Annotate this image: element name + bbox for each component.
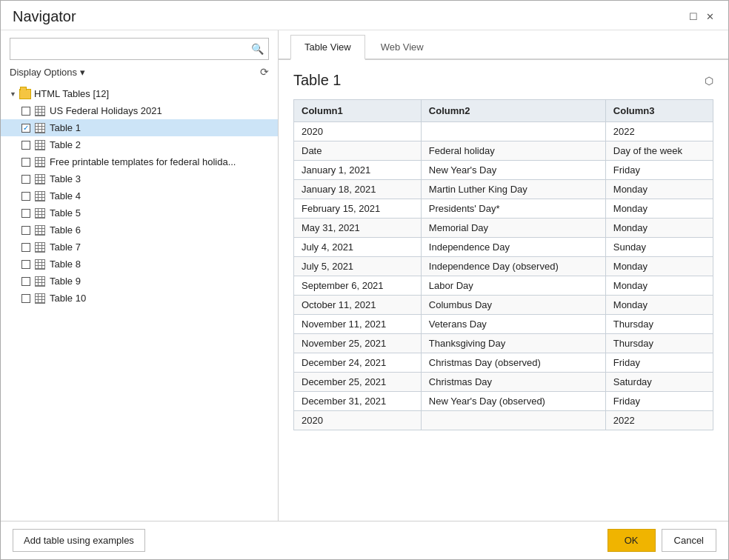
- tab-web-view[interactable]: Web View: [367, 35, 438, 59]
- tree-group-html-tables[interactable]: ▼ HTML Tables [12]: [1, 85, 278, 102]
- add-table-button[interactable]: Add table using examples: [13, 529, 145, 552]
- table-row: December 25, 2021Christmas DaySaturday: [294, 373, 713, 392]
- table-icon: [35, 225, 45, 236]
- close-button[interactable]: ✕: [703, 10, 716, 24]
- checkbox-icon: [21, 277, 30, 286]
- refresh-button[interactable]: ⟳: [260, 66, 269, 78]
- table-header-cell: Column2: [421, 100, 605, 122]
- table-cell: Memorial Day: [421, 219, 605, 238]
- main-content: 🔍 Display Options ▾ ⟳ ▼ HTML Tab: [1, 30, 728, 521]
- table-cell: 2020: [294, 411, 422, 430]
- tree-item-label: Table 2: [50, 139, 81, 150]
- table-row: February 15, 2021Presidents' Day*Monday: [294, 199, 713, 219]
- tab-bar: Table View Web View: [279, 35, 728, 60]
- table-row: October 11, 2021Columbus DayMonday: [294, 296, 713, 315]
- table-cell: Monday: [605, 219, 713, 238]
- table-cell: Independence Day (observed): [421, 257, 605, 276]
- tree-item-label: Table 10: [50, 293, 86, 304]
- checkbox-icon: [21, 141, 30, 150]
- table-icon: [35, 140, 45, 150]
- tree-item-table-10[interactable]: Table 10: [1, 290, 278, 307]
- display-options-bar: Display Options ▾ ⟳: [1, 64, 278, 82]
- navigator-dialog: Navigator ☐ ✕ 🔍 Display Options: [0, 0, 729, 560]
- tree-group-label: HTML Tables [12]: [34, 88, 109, 99]
- footer-actions: OK Cancel: [608, 529, 716, 552]
- tree-item-table-3[interactable]: Table 3: [1, 170, 278, 187]
- search-input[interactable]: [10, 40, 246, 59]
- preview-action-button[interactable]: ⬡: [705, 75, 713, 87]
- table-cell: Columbus Day: [421, 296, 605, 315]
- tree-item-table-5[interactable]: Table 5: [1, 204, 278, 221]
- table-header-cell: Column3: [605, 100, 713, 122]
- refresh-icon: ⟳: [260, 66, 269, 78]
- restore-icon: ☐: [689, 11, 698, 22]
- table-row: January 18, 2021Martin Luther King DayMo…: [294, 180, 713, 199]
- tree-item-free-printable[interactable]: Free printable templates for federal hol…: [1, 153, 278, 170]
- table-cell: Thursday: [605, 334, 713, 353]
- table-icon: [35, 191, 45, 201]
- cancel-button[interactable]: Cancel: [662, 529, 716, 552]
- table-row: December 24, 2021Christmas Day (observed…: [294, 353, 713, 373]
- table-cell: 2022: [605, 411, 713, 430]
- checkbox-icon: [21, 107, 30, 116]
- checkbox-icon: [21, 260, 30, 269]
- table-row: December 31, 2021New Year's Day (observe…: [294, 392, 713, 411]
- tree-item-label: Table 1: [50, 122, 81, 133]
- table-cell: Thanksgiving Day: [421, 334, 605, 353]
- table-cell: Thursday: [605, 315, 713, 334]
- table-cell: December 25, 2021: [294, 373, 422, 392]
- table-row: November 11, 2021Veterans DayThursday: [294, 315, 713, 334]
- tree-item-table-8[interactable]: Table 8: [1, 256, 278, 273]
- table-cell: 2022: [605, 122, 713, 141]
- table-cell: December 24, 2021: [294, 353, 422, 373]
- tree-item-label: Table 5: [50, 207, 81, 219]
- checkbox-icon: ✓: [21, 124, 30, 133]
- restore-button[interactable]: ☐: [687, 10, 700, 24]
- table-row: DateFederal holidayDay of the week: [294, 141, 713, 161]
- checkbox-icon: [21, 158, 30, 167]
- tree-item-label: Table 3: [50, 173, 81, 184]
- table-cell: Monday: [605, 276, 713, 296]
- table-cell: Day of the week: [605, 141, 713, 161]
- tree-item-table-4[interactable]: Table 4: [1, 187, 278, 204]
- table-cell: February 15, 2021: [294, 199, 422, 219]
- tree-item-table-2[interactable]: Table 2: [1, 136, 278, 153]
- tree-item-table-9[interactable]: Table 9: [1, 273, 278, 290]
- tree-item-label: Table 6: [50, 224, 81, 236]
- tree-container: ▼ HTML Tables [12] US Federal Holidays 2…: [1, 82, 278, 521]
- table-cell: Christmas Day (observed): [421, 353, 605, 373]
- table-row: September 6, 2021Labor DayMonday: [294, 276, 713, 296]
- table-icon: [35, 259, 45, 270]
- ok-button[interactable]: OK: [608, 529, 656, 552]
- preview-header: Table 1 ⬡: [293, 72, 713, 89]
- table-cell: Friday: [605, 353, 713, 373]
- table-row: 20202022: [294, 411, 713, 430]
- table-cell: Friday: [605, 161, 713, 180]
- table-icon: [35, 174, 45, 184]
- tree-item-us-federal[interactable]: US Federal Holidays 2021: [1, 102, 278, 119]
- table-cell: Monday: [605, 296, 713, 315]
- table-cell: Martin Luther King Day: [421, 180, 605, 199]
- table-cell: Federal holiday: [421, 141, 605, 161]
- tree-item-table-1[interactable]: ✓Table 1: [1, 119, 278, 136]
- table-cell: December 31, 2021: [294, 392, 422, 411]
- table-cell: Labor Day: [421, 276, 605, 296]
- table-cell: Monday: [605, 257, 713, 276]
- tree-item-table-7[interactable]: Table 7: [1, 239, 278, 256]
- search-button[interactable]: 🔍: [246, 39, 268, 59]
- tab-table-view[interactable]: Table View: [290, 35, 365, 60]
- tree-item-table-6[interactable]: Table 6: [1, 221, 278, 239]
- data-table: Column1Column2Column3 20202022DateFedera…: [293, 99, 713, 430]
- search-bar: 🔍: [10, 38, 269, 60]
- table-cell: Veterans Day: [421, 315, 605, 334]
- table-cell: September 6, 2021: [294, 276, 422, 296]
- table-header-cell: Column1: [294, 100, 422, 122]
- table-cell: November 25, 2021: [294, 334, 422, 353]
- checkbox-icon: [21, 226, 30, 235]
- table-cell: October 11, 2021: [294, 296, 422, 315]
- dialog-title: Navigator: [13, 8, 76, 25]
- table-cell: Presidents' Day*: [421, 199, 605, 219]
- table-cell: November 11, 2021: [294, 315, 422, 334]
- display-options-button[interactable]: Display Options ▾: [10, 67, 85, 78]
- table-body: 20202022DateFederal holidayDay of the we…: [294, 122, 713, 430]
